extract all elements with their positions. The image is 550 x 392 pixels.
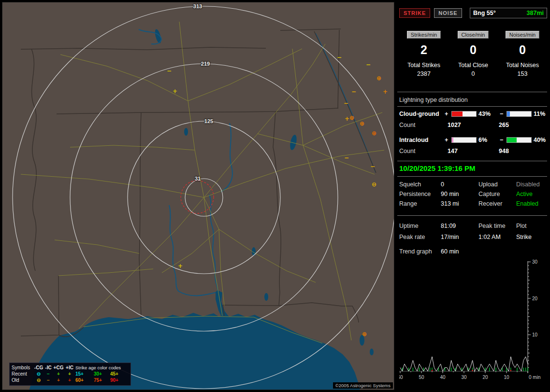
svg-text:60: 60 xyxy=(399,375,403,380)
trend-graph-header: Trend graph 60 min xyxy=(399,248,547,255)
legend-col-neg-ic: -IC xyxy=(43,364,53,371)
close-per-min-chip: Close/min xyxy=(458,31,489,39)
rate-statistics: Strikes/min 2 Total Strikes 2387 Close/m… xyxy=(399,30,547,77)
peak-time-value: 1:02 AM xyxy=(478,234,516,241)
total-noises-label: Total Noises xyxy=(498,62,547,69)
settings-row-persistence: Persistence 90 min Capture Active xyxy=(399,191,547,198)
count-label: Count xyxy=(399,122,448,129)
age-75-label: 75+ xyxy=(94,377,110,383)
age-30-label: 30+ xyxy=(94,371,110,377)
svg-text:−: − xyxy=(337,54,342,61)
svg-text:30: 30 xyxy=(461,375,467,380)
strike-button[interactable]: STRIKE xyxy=(399,8,430,18)
svg-text:+: + xyxy=(173,88,177,95)
svg-text:−: − xyxy=(344,100,348,107)
ic-positive-pct: 6% xyxy=(478,137,500,143)
squelch-value: 0 xyxy=(441,181,478,188)
total-close-label: Total Close xyxy=(449,62,498,69)
cg-negative-pct: 11% xyxy=(534,111,547,117)
intracloud-row: Intracloud + 6% − 40% xyxy=(399,136,547,143)
legend-symbols-title: Symbols xyxy=(12,364,34,371)
legend-recent-label: Recent xyxy=(12,371,34,377)
svg-text:−: − xyxy=(344,154,349,161)
ic-negative-count: 948 xyxy=(499,148,547,155)
svg-text:20: 20 xyxy=(482,375,488,380)
svg-text:−: − xyxy=(351,88,356,95)
receiver-label: Receiver xyxy=(478,200,516,208)
map-panel[interactable]: +−+−−−−+⊕⊕⊕+⊕−−⊖⊕ 31321912531 Symbols -C… xyxy=(2,2,394,390)
datetime-display: 10/20/2025 1:39:16 PM xyxy=(399,164,547,172)
intracloud-count-row: Count 147 948 xyxy=(399,148,547,155)
plus-sign: + xyxy=(445,137,451,143)
noises-per-min-chip: Noises/min xyxy=(506,31,539,39)
svg-text:⊕: ⊕ xyxy=(372,130,376,137)
ic-positive-bar xyxy=(451,137,477,143)
svg-text:⊕: ⊕ xyxy=(349,114,354,121)
ic-positive-count: 147 xyxy=(448,148,499,155)
capture-label: Capture xyxy=(478,191,516,198)
legend-age-title: Strike age color codes xyxy=(75,364,127,371)
count-label: Count xyxy=(399,148,448,155)
noises-column: Noises/min 0 Total Noises 153 xyxy=(498,30,547,77)
uptime-label: Uptime xyxy=(399,223,441,230)
divider xyxy=(397,161,547,161)
svg-text:⊕: ⊕ xyxy=(376,75,381,82)
trend-graph: 1020306050403020100 min xyxy=(399,259,547,386)
svg-text:50: 50 xyxy=(419,375,424,380)
total-close-value: 0 xyxy=(449,70,498,77)
age-90-label: 90+ xyxy=(110,377,127,383)
divider xyxy=(397,176,547,177)
legend-col-pos-cg: +CG xyxy=(53,364,64,371)
svg-text:+: + xyxy=(345,115,349,122)
strikes-per-min-value: 2 xyxy=(399,42,449,58)
cg-positive-count: 1027 xyxy=(448,122,499,129)
squelch-label: Squelch xyxy=(399,181,441,188)
distribution-title: Lightning type distribution xyxy=(399,97,547,103)
cloud-ground-label: Cloud-ground xyxy=(399,111,445,117)
close-column: Close/min 0 Total Close 0 xyxy=(449,30,498,77)
neg-cg-old-icon: ⊖ xyxy=(34,377,43,383)
noises-per-min-value: 0 xyxy=(498,42,547,58)
trend-window-value: 60 min xyxy=(441,248,478,255)
cg-positive-bar xyxy=(451,111,477,117)
range-label: Range xyxy=(399,200,441,208)
runtime-row-1: Uptime 81:09 Peak time Plot xyxy=(399,223,547,230)
strikes-per-min-chip: Strikes/min xyxy=(407,31,441,39)
plot-label: Plot xyxy=(516,223,547,230)
neg-ic-old-icon: − xyxy=(43,377,53,383)
total-strikes-value: 2387 xyxy=(399,70,449,77)
svg-text:−: − xyxy=(167,68,172,74)
pos-ic-old-icon: + xyxy=(64,377,75,383)
trend-graph-plot: 1020306050403020100 min xyxy=(399,259,549,385)
svg-text:40: 40 xyxy=(440,375,446,380)
svg-text:−: − xyxy=(366,61,371,68)
map-geography: +−+−−−−+⊕⊕⊕+⊕−−⊖⊕ xyxy=(2,2,394,390)
cg-positive-pct: 43% xyxy=(478,111,500,117)
ic-negative-bar xyxy=(507,137,532,143)
uptime-value: 81:09 xyxy=(441,223,478,230)
svg-text:+: + xyxy=(383,88,388,95)
copyright-notice: ©2005 Astrogenic Systems xyxy=(333,382,393,389)
upload-status: Disabled xyxy=(516,181,547,188)
svg-text:−: − xyxy=(370,163,375,170)
minus-sign: − xyxy=(500,111,507,117)
persistence-label: Persistence xyxy=(399,191,441,198)
legend-col-pos-ic: +IC xyxy=(64,364,75,371)
distance-value: 387mi xyxy=(527,10,544,16)
legend-old-label: Old xyxy=(12,377,34,383)
svg-text:20: 20 xyxy=(532,296,538,301)
mode-toolbar: STRIKE NOISE Bng 55° 387mi xyxy=(399,8,547,18)
peak-rate-label: Peak rate xyxy=(399,234,441,241)
capture-status: Active xyxy=(516,191,547,198)
svg-text:⊕: ⊕ xyxy=(360,120,364,127)
cg-negative-bar xyxy=(507,111,532,117)
pos-ic-recent-icon: + xyxy=(64,371,75,377)
sidebar: STRIKE NOISE Bng 55° 387mi Strikes/min 2… xyxy=(396,2,548,390)
bearing-display: Bng 55° 387mi xyxy=(470,8,547,18)
legend-col-neg-cg: -CG xyxy=(34,364,43,371)
svg-text:⊕: ⊕ xyxy=(362,331,367,337)
cloud-ground-row: Cloud-ground + 43% − 11% xyxy=(399,110,547,117)
neg-ic-recent-icon: − xyxy=(43,371,53,377)
noise-button[interactable]: NOISE xyxy=(434,8,462,18)
age-60-label: 60+ xyxy=(75,377,94,383)
